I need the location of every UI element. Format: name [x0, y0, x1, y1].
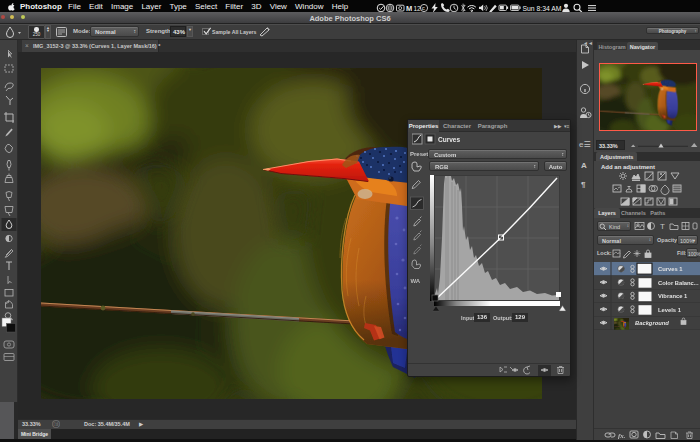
svg-text:Sun 8:34 AM: Sun 8:34 AM	[523, 5, 562, 12]
svg-text:12: 12	[414, 5, 422, 12]
svg-text:c: c	[422, 5, 425, 11]
svg-text:fx.: fx.	[618, 432, 626, 440]
svg-text:A: A	[581, 161, 587, 170]
svg-text:WA: WA	[411, 278, 421, 284]
svg-text:e☰: e☰	[579, 140, 591, 149]
svg-text:¶: ¶	[581, 180, 586, 189]
svg-text:T: T	[660, 222, 665, 231]
